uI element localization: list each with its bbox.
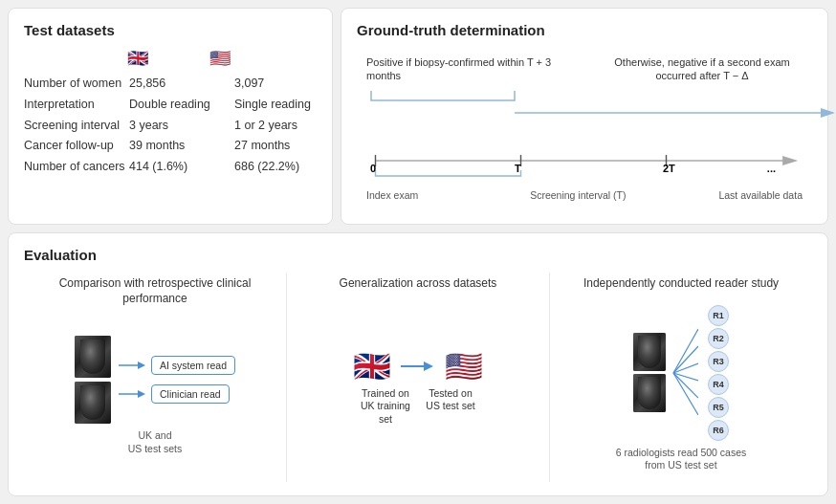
positive-label: Positive if biopsy-confirmed within T + … <box>366 55 558 83</box>
timeline-2T: 2T <box>663 163 675 174</box>
clinician-arrow-svg <box>119 387 147 401</box>
ground-truth-title: Ground-truth determination <box>357 22 812 38</box>
comparison-layout: AI system read Clinician read <box>75 336 235 424</box>
reader-study-content: R1R2R3R4R5R6 6 radiologists read 500 cas… <box>616 299 747 478</box>
row-us-3: 27 months <box>234 137 290 155</box>
row-uk-4: 414 (1.6%) <box>129 158 234 176</box>
row-label-1: Interpretation <box>24 96 129 114</box>
row-us-2: 1 or 2 years <box>234 117 297 135</box>
timeline-svg <box>366 142 803 180</box>
positive-annotation: Positive if biopsy-confirmed within T + … <box>366 55 558 107</box>
datasets-row-1: Interpretation Double reading Single rea… <box>24 96 317 114</box>
reader-study-title: Independently conducted reader study <box>583 276 779 292</box>
positive-brace-svg <box>366 86 519 105</box>
reader-lines-svg <box>671 320 698 426</box>
row-uk-3: 39 months <box>129 137 234 155</box>
reader-mammo-1 <box>633 333 666 371</box>
reader-circle-R4: R4 <box>708 374 729 395</box>
svg-marker-8 <box>138 362 145 369</box>
row-label-3: Cancer follow-up <box>24 137 129 155</box>
row-label-2: Screening interval <box>24 117 129 135</box>
datasets-row-3: Cancer follow-up 39 months 27 months <box>24 137 317 155</box>
reader-circle-R6: R6 <box>708 420 729 441</box>
reader-circle-R3: R3 <box>708 351 729 372</box>
main-timeline: 0 T 2T ... <box>366 142 803 180</box>
uk-flag: 🇬🇧 <box>124 48 151 69</box>
generalization-section: Generalization across datasets 🇬🇧 🇺🇸 Tra… <box>287 273 550 482</box>
reader-circle-R2: R2 <box>708 328 729 349</box>
reader-circle-R5: R5 <box>708 397 729 418</box>
svg-marker-12 <box>424 362 433 371</box>
reader-mammo-2 <box>633 374 666 412</box>
row-us-4: 686 (22.2%) <box>234 158 299 176</box>
reader-study-section: Independently conducted reader study <box>550 273 812 482</box>
evaluation-title: Evaluation <box>24 247 812 263</box>
row-uk-2: 3 years <box>129 117 234 135</box>
row-label-0: Number of women <box>24 75 129 93</box>
mammo-image-1 <box>75 336 111 378</box>
row-uk-1: Double reading <box>129 96 234 114</box>
gen-layout: 🇬🇧 🇺🇸 <box>353 351 483 382</box>
ground-truth-card: Ground-truth determination Positive if b… <box>341 8 828 225</box>
row-uk-0: 25,856 <box>129 75 234 93</box>
evaluation-card: Evaluation Comparison with retrospective… <box>8 232 828 496</box>
trained-label: Trained on UK training set <box>353 387 418 427</box>
datasets-row-2: Screening interval 3 years 1 or 2 years <box>24 117 317 135</box>
last-data-label: Last available data <box>718 189 803 201</box>
gen-uk-flag: 🇬🇧 <box>353 351 391 382</box>
mammo-stack-left <box>75 336 111 424</box>
comparison-title: Comparison with retrospective clinical p… <box>32 276 278 306</box>
svg-marker-3 <box>782 156 798 165</box>
comparison-section: Comparison with retrospective clinical p… <box>24 273 287 482</box>
datasets-table: 🇬🇧 🇺🇸 Number of women 25,856 3,097 Inter… <box>24 48 317 176</box>
mammo-image-2 <box>75 382 111 424</box>
row-label-4: Number of cancers <box>24 158 129 176</box>
reader-layout: R1R2R3R4R5R6 <box>633 305 729 441</box>
ai-arrow-svg <box>119 359 147 372</box>
ai-read-box: AI system read <box>151 356 235 375</box>
comparison-bottom-label: UK and US test sets <box>128 429 183 455</box>
gen-labels: Trained on UK training set Tested on US … <box>353 387 483 427</box>
datasets-row-4: Number of cancers 414 (1.6%) 686 (22.2%) <box>24 158 317 176</box>
ai-read-row: AI system read <box>119 356 235 375</box>
timeline-area: Positive if biopsy-confirmed within T + … <box>357 48 812 210</box>
negative-label: Otherwise, negative if a second exam occ… <box>602 55 803 83</box>
tested-label: Tested on US test set <box>418 387 483 427</box>
svg-marker-1 <box>821 108 835 118</box>
gen-arrow-svg <box>401 357 435 376</box>
screening-interval-label: Screening interval (T) <box>530 189 626 201</box>
row-us-1: Single reading <box>234 96 311 114</box>
reader-mammo-stack <box>633 333 666 412</box>
generalization-title: Generalization across datasets <box>340 276 497 292</box>
datasets-rows: Number of women 25,856 3,097 Interpretat… <box>24 75 317 176</box>
eval-sections: Comparison with retrospective clinical p… <box>24 273 812 482</box>
reader-circles: R1R2R3R4R5R6 <box>708 305 729 441</box>
timeline-dots: ... <box>767 163 776 174</box>
index-exam-label: Index exam <box>366 189 418 201</box>
test-datasets-card: Test datasets 🇬🇧 🇺🇸 Number of women 25,8… <box>8 8 333 225</box>
read-arrows: AI system read Clinician read <box>119 356 235 404</box>
test-datasets-title: Test datasets <box>24 22 317 38</box>
negative-arrow-svg <box>515 103 836 122</box>
timeline-bottom-labels: Index exam Screening interval (T) Last a… <box>366 189 803 201</box>
svg-marker-10 <box>138 390 145 398</box>
timeline-0: 0 <box>370 163 376 174</box>
comparison-content: AI system read Clinician read UK <box>75 314 235 478</box>
clinician-read-box: Clinician read <box>151 384 230 404</box>
reader-circle-R1: R1 <box>708 305 729 326</box>
gen-us-flag: 🇺🇸 <box>445 351 483 382</box>
datasets-row-0: Number of women 25,856 3,097 <box>24 75 317 93</box>
row-us-0: 3,097 <box>234 75 264 93</box>
flag-header-row: 🇬🇧 🇺🇸 <box>24 48 317 69</box>
clinician-read-row: Clinician read <box>119 384 230 404</box>
us-flag: 🇺🇸 <box>207 48 233 69</box>
timeline-T: T <box>515 163 521 174</box>
reader-bottom-label: 6 radiologists read 500 cases from US te… <box>616 447 747 472</box>
generalization-content: 🇬🇧 🇺🇸 Trained on UK training set Tested … <box>353 299 483 478</box>
